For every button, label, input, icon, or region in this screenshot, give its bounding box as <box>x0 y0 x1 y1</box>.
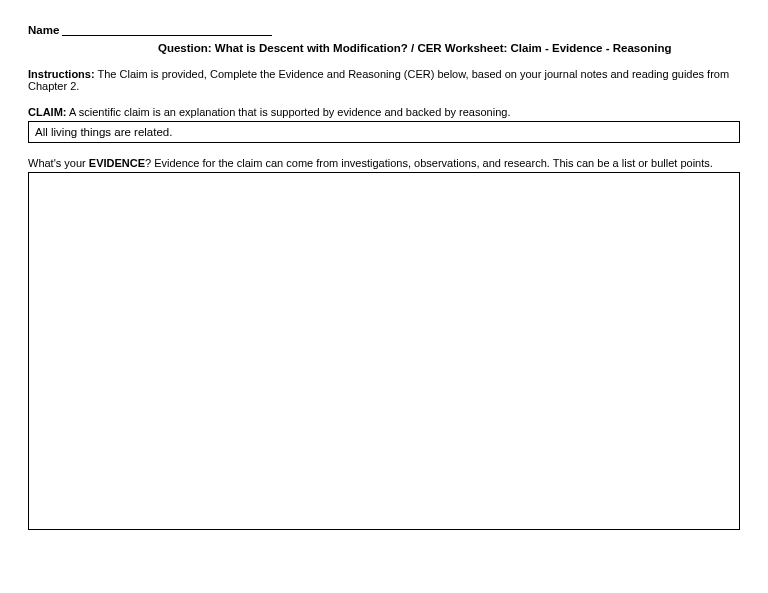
evidence-label-row: What's your EVIDENCE? Evidence for the c… <box>28 157 740 169</box>
instructions-text: The Claim is provided, Complete the Evid… <box>28 68 729 92</box>
evidence-pre: What's your <box>28 157 89 169</box>
name-input-line[interactable] <box>62 35 272 36</box>
claim-label-row: CLAIM: A scientific claim is an explanat… <box>28 106 740 118</box>
instructions-label: Instructions: <box>28 68 95 80</box>
evidence-input-box[interactable] <box>28 172 740 530</box>
evidence-label: EVIDENCE <box>89 157 145 169</box>
evidence-desc: ? Evidence for the claim can come from i… <box>145 157 713 169</box>
name-row: Name <box>28 24 740 36</box>
claim-label: CLAIM: <box>28 106 67 118</box>
claim-desc: A scientific claim is an explanation tha… <box>67 106 511 118</box>
claim-value: All living things are related. <box>35 126 172 138</box>
worksheet-title: Question: What is Descent with Modificat… <box>158 42 740 54</box>
claim-box: All living things are related. <box>28 121 740 143</box>
name-label: Name <box>28 24 59 36</box>
instructions-row: Instructions: The Claim is provided, Com… <box>28 68 740 92</box>
